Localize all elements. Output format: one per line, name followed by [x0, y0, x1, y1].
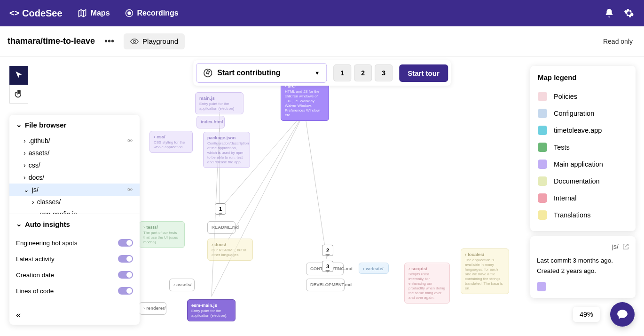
info-path: js/	[612, 243, 619, 250]
pan-tool[interactable]	[9, 85, 28, 104]
legend-item-0[interactable]: Policies	[538, 88, 628, 105]
file-browser-header[interactable]: ⌄ File browser	[9, 115, 140, 135]
file-item-docs[interactable]: ›docs/	[9, 171, 140, 184]
info-last-commit: Last commit 3 months ago.	[537, 256, 629, 265]
compass-icon	[203, 68, 212, 78]
legend-swatch	[538, 126, 547, 135]
file-item-github[interactable]: ›.github/👁	[9, 135, 140, 147]
expand-icon: ›	[173, 282, 175, 287]
tour-select[interactable]: Start contributing ▼	[196, 63, 327, 83]
file-item-css[interactable]: ›css/	[9, 159, 140, 171]
chevron-right-icon: ›	[32, 198, 34, 206]
collapse-icon: «	[16, 310, 21, 320]
zoom-level[interactable]: 49%	[573, 307, 600, 322]
nav-maps[interactable]: Maps	[78, 8, 110, 18]
node-indexhtml[interactable]: index.html	[196, 116, 225, 128]
file-item-appconfig[interactable]: app-config.is	[9, 208, 140, 214]
hidden-icon: 👁	[127, 186, 133, 193]
node-scripts[interactable]: ›scripts/ Scripts used internally, for e…	[404, 263, 450, 304]
node-esmmain[interactable]: esm-main.js Entry point for the applicat…	[187, 299, 236, 321]
tour-step-2[interactable]: 2	[354, 64, 372, 81]
node-assets[interactable]: ›assets/	[169, 279, 195, 291]
node-css[interactable]: ›css/ CSS styling for the whole applicat…	[149, 131, 193, 153]
tour-marker-3[interactable]: 3	[322, 261, 333, 272]
auto-insights-header[interactable]: ⌄ Auto insights	[9, 214, 140, 234]
repo-name: thamara/time-to-leave	[8, 36, 95, 46]
toggle-creation[interactable]	[118, 271, 133, 279]
nav-recordings-label: Recordings	[137, 9, 179, 17]
svg-point-1	[127, 11, 131, 15]
node-packagejson[interactable]: package.json Configuration/description o…	[203, 132, 250, 168]
caret-down-icon: ▼	[314, 70, 320, 76]
svg-point-2	[134, 40, 136, 42]
legend-label: Internal	[554, 194, 576, 202]
file-item-classes[interactable]: ›classes/	[9, 196, 140, 208]
legend-item-3[interactable]: Tests	[538, 139, 628, 156]
readonly-label: Read only	[603, 38, 633, 45]
logo[interactable]: <> CodeSee	[9, 8, 63, 19]
tour-step-3[interactable]: 3	[375, 64, 393, 81]
node-renderer[interactable]: ›renderer/	[139, 302, 166, 315]
select-tool[interactable]	[9, 66, 28, 85]
playground-label: Playground	[142, 37, 178, 45]
node-mainjs[interactable]: main.js Entry point for the application …	[195, 92, 243, 114]
toggle-hotspots[interactable]	[118, 239, 133, 247]
chevron-down-icon: ⌄	[24, 186, 29, 193]
legend-item-2[interactable]: timetoleave.app	[538, 122, 628, 139]
legend-swatch	[538, 109, 547, 118]
svg-point-9	[204, 69, 212, 77]
legend-item-6[interactable]: Internal	[538, 190, 628, 207]
sub-header: thamara/time-to-leave ••• Playground Rea…	[0, 26, 644, 56]
hand-icon	[14, 89, 24, 99]
tour-marker-1[interactable]: 1	[215, 203, 226, 215]
info-header: js/	[537, 243, 629, 250]
info-color-swatch	[537, 282, 546, 291]
notifications-icon[interactable]	[604, 8, 615, 19]
file-item-js[interactable]: ⌄js/👁	[9, 184, 140, 196]
insights-list: Engineering hot spots Latest activity Cr…	[9, 234, 140, 305]
legend-item-4[interactable]: Main application	[538, 156, 628, 173]
node-tests[interactable]: ›tests/ The part of our tests that use t…	[139, 221, 185, 248]
legend-label: Translations	[554, 211, 590, 219]
collapse-panel-button[interactable]: «	[9, 305, 140, 325]
start-tour-button[interactable]: Start tour	[399, 64, 448, 82]
legend-label: Main application	[554, 160, 603, 168]
map-icon	[78, 8, 87, 18]
legend-swatch	[538, 143, 547, 152]
chevron-down-icon: ⌄	[16, 120, 22, 129]
toggle-activity[interactable]	[118, 255, 133, 263]
legend-title: Map legend	[538, 73, 628, 81]
node-src[interactable]: ›src/ HTML and JS for the children windo…	[281, 80, 329, 121]
hidden-icon: 👁	[127, 137, 133, 144]
insight-hotspots: Engineering hot spots	[16, 235, 133, 251]
node-locales[interactable]: ›locales/ The application is available i…	[461, 248, 509, 294]
file-browser-panel: ⌄ File browser ›.github/👁 ›assets/ ›css/…	[9, 115, 140, 325]
external-link-icon[interactable]	[622, 243, 629, 250]
node-development[interactable]: DEVELOPMENT.md	[306, 279, 345, 291]
playground-badge[interactable]: Playground	[124, 33, 185, 49]
more-menu[interactable]: •••	[104, 36, 114, 47]
node-website[interactable]: ›website/	[359, 263, 389, 274]
legend-swatch	[538, 160, 547, 169]
insight-loc: Lines of code	[16, 283, 133, 299]
legend-label: Policies	[554, 93, 577, 100]
eye-icon	[130, 37, 139, 46]
expand-icon: ›	[212, 242, 213, 247]
settings-icon[interactable]	[623, 8, 635, 19]
legend-item-5[interactable]: Documentation	[538, 173, 628, 190]
node-readme[interactable]: README.md	[207, 221, 236, 234]
file-item-assets[interactable]: ›assets/	[9, 147, 140, 159]
node-docs[interactable]: ›docs/ Our README, but in other language…	[207, 239, 253, 261]
tour-marker-2[interactable]: 2	[322, 245, 333, 256]
chat-button[interactable]	[610, 302, 635, 327]
expand-icon: ›	[363, 266, 364, 271]
chevron-right-icon: ›	[24, 161, 26, 169]
legend-item-7[interactable]: Translations	[538, 207, 628, 224]
nav-recordings[interactable]: Recordings	[125, 9, 179, 17]
legend-item-1[interactable]: Configuration	[538, 105, 628, 122]
toggle-loc[interactable]	[118, 287, 133, 295]
record-icon	[125, 9, 134, 17]
logo-text: CodeSee	[22, 8, 63, 19]
info-panel: js/ Last commit 3 months ago. Created 2 …	[530, 236, 636, 298]
tour-step-1[interactable]: 1	[333, 64, 351, 81]
